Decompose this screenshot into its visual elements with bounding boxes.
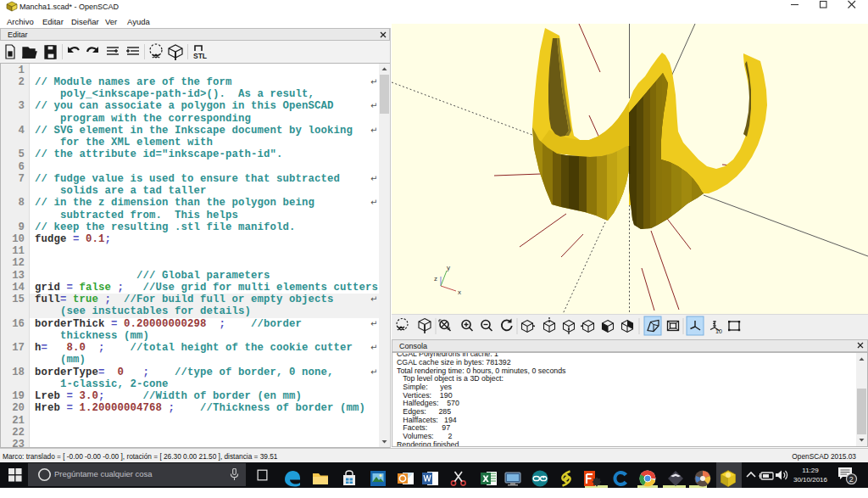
svg-text:y: y bbox=[447, 264, 450, 271]
svg-text:z: z bbox=[434, 275, 437, 283]
svg-text:STL: STL bbox=[193, 52, 207, 60]
svg-text:2: 2 bbox=[849, 475, 854, 484]
svg-text:x: x bbox=[458, 288, 461, 296]
svg-text:10: 10 bbox=[715, 328, 722, 334]
